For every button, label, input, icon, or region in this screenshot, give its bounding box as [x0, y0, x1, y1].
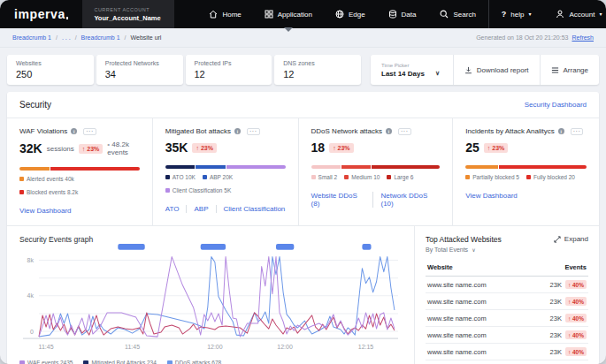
legend-swatch	[19, 190, 24, 194]
table-row[interactable]: www.site name.com 23K40%	[426, 293, 588, 310]
abp-link[interactable]: ABP	[186, 205, 208, 213]
download-report-label: Download report	[477, 66, 529, 74]
svg-text:0: 0	[30, 328, 34, 335]
time-picker[interactable]: Time Picker Last 14 Days	[371, 58, 453, 82]
legend-item: ATO 10K	[165, 174, 196, 180]
website-cell[interactable]: www.site name.com	[426, 327, 525, 344]
events-value: 23K	[550, 331, 562, 339]
table-row[interactable]: www.site name.com 23K40%	[426, 344, 588, 360]
stat-value: 34	[105, 69, 174, 80]
account-menu[interactable]: Account	[543, 0, 606, 28]
stat-value: 12	[283, 69, 352, 80]
website-cell[interactable]: www.site name.com	[426, 310, 525, 327]
security-dashboard-link[interactable]: Security Dashboard	[525, 101, 587, 109]
arrange-list-icon	[551, 66, 559, 74]
current-account-label: CURRENT ACCOUNT	[94, 7, 163, 12]
svg-text:4k: 4k	[27, 292, 35, 300]
website-cell[interactable]: www.site name.com	[426, 293, 525, 310]
view-dashboard-link[interactable]: View Dashboard	[465, 192, 518, 200]
metric-title: Incidents by Attack Analitycs	[465, 127, 555, 135]
more-options-button[interactable]	[83, 128, 96, 135]
data-database-icon	[388, 10, 397, 19]
website-cell[interactable]: www.site name.com	[426, 277, 525, 293]
metric-value: 35K	[165, 140, 188, 155]
search-button[interactable]: Search	[427, 0, 487, 28]
breadcrumb-item-ellipsis[interactable]: . . .	[62, 34, 71, 41]
more-options-button[interactable]	[398, 128, 411, 135]
view-dashboard-link[interactable]: View Dashboard	[19, 207, 72, 215]
stat-card-protected-networks[interactable]: Protected Networks 34	[96, 55, 183, 85]
bar-segment-small	[311, 165, 341, 169]
events-value: 23K	[550, 298, 562, 306]
more-options-button[interactable]	[247, 128, 260, 135]
svg-text:12:00: 12:00	[207, 344, 222, 351]
current-account-switcher[interactable]: CURRENT ACCOUNT Your_Account_Name	[82, 0, 174, 28]
help-label: help	[510, 11, 524, 19]
column-header-events[interactable]: Events	[525, 260, 588, 277]
breadcrumb-item[interactable]: Breadcrumb 1	[81, 34, 120, 41]
stat-label: DNS zones	[283, 60, 352, 66]
column-header-website[interactable]: Website	[426, 260, 525, 277]
svg-text:8k: 8k	[27, 257, 35, 264]
legend-item: Partially blocked 5	[465, 174, 519, 180]
expand-button[interactable]: Expand	[554, 235, 588, 243]
nav-item-label: Home	[222, 11, 241, 19]
events-value: 23K	[550, 281, 562, 289]
download-report-button[interactable]: Download report	[453, 55, 540, 85]
metric-extra: 48.2k events	[107, 140, 139, 156]
time-picker-value: Last 14 Days	[381, 70, 425, 78]
logo-text: imperva	[14, 7, 65, 21]
refresh-link[interactable]: Refresh	[571, 34, 594, 41]
account-menu-label: Account	[569, 11, 594, 19]
bar-segment-alerted	[19, 167, 50, 171]
bar-segment-blocked	[50, 167, 140, 171]
help-icon	[502, 10, 507, 19]
table-row[interactable]: www.site name.com 23K40%	[426, 310, 588, 327]
legend-swatch	[311, 175, 316, 179]
stat-card-websites[interactable]: Websites 250	[7, 55, 94, 85]
legend-swatch	[387, 175, 391, 179]
nav-item-application[interactable]: Application	[253, 0, 324, 28]
trend-up-badge: 23%	[192, 143, 216, 153]
home-icon	[209, 10, 218, 19]
nav-item-edge[interactable]: Edge	[324, 0, 377, 28]
info-icon[interactable]	[558, 128, 564, 134]
info-icon[interactable]	[234, 128, 241, 134]
network-ddos-link[interactable]: Network DDoS (10)	[372, 192, 440, 208]
table-row[interactable]: www.site name.com 23K40%	[426, 277, 588, 293]
chevron-down-icon	[599, 11, 602, 17]
sort-by-dropdown[interactable]: By Total Events	[426, 246, 502, 253]
nav-item-data[interactable]: Data	[377, 0, 428, 28]
breadcrumb-bar: Breadcrumb 1 / . . . / Breadcrumb 1 / We…	[0, 28, 606, 48]
metric-title: WAF Violations	[19, 127, 67, 135]
trend-up-badge: 23%	[79, 144, 103, 154]
legend-swatch	[165, 188, 170, 193]
security-events-chart[interactable]: 8k4k011:4511:4512:0012:0012:15	[19, 244, 402, 355]
imperva-logo[interactable]: imperva	[0, 0, 82, 28]
time-picker-label: Time Picker	[381, 63, 442, 68]
more-options-button[interactable]	[571, 128, 584, 135]
website-cell[interactable]: www.site name.com	[426, 344, 525, 360]
security-panel-header: Security Security Dashboard	[7, 92, 599, 118]
trend-up-badge: 23%	[484, 143, 508, 153]
ato-link[interactable]: ATO	[165, 205, 180, 213]
info-icon[interactable]	[71, 128, 77, 134]
table-row[interactable]: www.site name.com 23K40%	[426, 327, 588, 344]
info-icon[interactable]	[386, 128, 392, 134]
nav-item-home[interactable]: Home	[197, 0, 252, 28]
website-ddos-link[interactable]: Website DDoS (8)	[311, 192, 366, 208]
search-icon	[440, 10, 449, 19]
chevron-down-icon	[435, 70, 440, 77]
help-menu[interactable]: help	[489, 0, 544, 28]
stat-label: Protected IPs	[195, 60, 264, 66]
client-classification-link[interactable]: Client Classification	[216, 205, 286, 213]
bar-segment-fully-blocked	[499, 165, 587, 169]
arrange-button[interactable]: Arrange	[540, 55, 599, 85]
nav-item-label: Edge	[349, 11, 365, 19]
stat-card-protected-ips[interactable]: Protected IPs 12	[186, 55, 272, 85]
metric-value: 25	[465, 140, 479, 155]
breadcrumb-item[interactable]: Breadcrumb 1	[12, 34, 51, 41]
legend-item: Fully blocked 20	[526, 174, 575, 180]
events-value: 23K	[550, 315, 562, 322]
stat-card-dns-zones[interactable]: DNS zones 12	[274, 55, 361, 85]
